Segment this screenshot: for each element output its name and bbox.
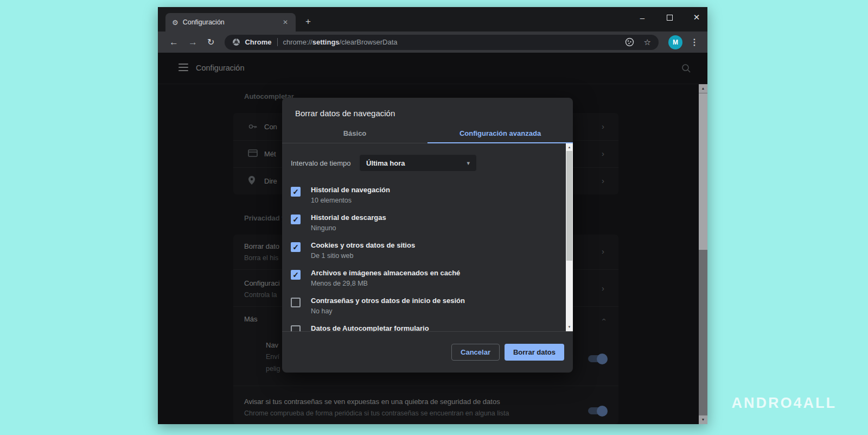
page-scrollbar-thumb[interactable] (699, 93, 707, 250)
item-autofill-data[interactable]: Datos de Autocompletar formulario (282, 323, 566, 331)
reload-button[interactable]: ↻ (207, 37, 214, 47)
dialog-scrollbar-thumb[interactable] (566, 151, 572, 261)
time-range-label: Intervalo de tiempo (291, 159, 360, 167)
bookmark-star-icon[interactable]: ☆ (644, 37, 651, 47)
chip-separator (277, 38, 278, 46)
dialog-scrollbar[interactable]: ▲ ▼ (566, 143, 573, 331)
item-detail: Menos de 29,8 MB (311, 280, 460, 287)
browser-toolbar: ← → ↻ Chrome chrome://settings/clearBrow… (158, 31, 707, 53)
clear-data-button[interactable]: Borrar datos (505, 344, 564, 361)
page-scrollbar[interactable]: ▲ ▼ (699, 84, 707, 424)
tab-configuracion[interactable]: ⚙ Configuración ✕ (165, 13, 296, 31)
item-passwords[interactable]: Contraseñas y otros datos de inicio de s… (282, 295, 566, 323)
checkbox-checked[interactable]: ✓ (291, 270, 301, 280)
item-label: Datos de Autocompletar formulario (311, 323, 429, 331)
tab-configuracion-avanzada[interactable]: Configuración avanzada (427, 124, 573, 143)
back-button[interactable]: ← (169, 37, 178, 48)
browser-menu-icon[interactable]: ⋮ (688, 37, 701, 47)
andro4all-watermark: ANDRO4ALL (732, 395, 837, 412)
window-controls: – ✕ (637, 9, 702, 26)
minimize-button[interactable]: – (637, 13, 648, 22)
dialog-tabs: Básico Configuración avanzada (282, 124, 573, 143)
url-protocol: chrome:// (283, 38, 312, 46)
tab-close-icon[interactable]: ✕ (280, 17, 290, 27)
gear-icon: ⚙ (172, 18, 178, 27)
checkbox-unchecked[interactable] (291, 325, 301, 331)
item-label: Historial de descargas (311, 212, 386, 222)
url-path: /clearBrowserData (340, 38, 398, 46)
time-range-row: Intervalo de tiempo Última hora ▾ (282, 154, 566, 172)
item-detail: No hay (311, 307, 465, 315)
url-highlight: settings (312, 38, 340, 46)
chrome-logo-icon (232, 38, 240, 46)
scroll-down-arrow-icon[interactable]: ▼ (566, 324, 573, 331)
item-label: Archivos e imágenes almacenados en caché (311, 268, 460, 277)
checkbox-checked[interactable]: ✓ (291, 215, 301, 224)
time-range-dropdown[interactable]: Última hora ▾ (360, 155, 476, 171)
caret-down-icon: ▾ (467, 160, 470, 167)
tab-basico[interactable]: Básico (282, 124, 427, 143)
item-label: Contraseñas y otros datos de inicio de s… (311, 295, 465, 305)
address-bar[interactable]: Chrome chrome://settings/clearBrowserDat… (225, 35, 659, 50)
tab-strip: ⚙ Configuración ✕ + – ✕ (158, 7, 707, 31)
scroll-up-arrow-icon[interactable]: ▲ (699, 84, 707, 93)
item-label: Historial de navegación (311, 185, 390, 194)
dialog-footer: Cancelar Borrar datos (282, 331, 573, 373)
profile-avatar[interactable]: M (668, 35, 682, 49)
item-browsing-history[interactable]: ✓ Historial de navegación10 elementos (282, 185, 566, 212)
item-download-history[interactable]: ✓ Historial de descargasNinguno (282, 212, 566, 240)
item-detail: Ninguno (311, 224, 386, 232)
url-text: chrome://settings/clearBrowserData (283, 38, 398, 46)
item-detail: 10 elementos (311, 197, 390, 204)
close-window-button[interactable]: ✕ (691, 12, 702, 22)
scroll-up-arrow-icon[interactable]: ▲ (566, 144, 573, 151)
dialog-scroll-area: Intervalo de tiempo Última hora ▾ ✓ Hist… (282, 143, 573, 331)
chrome-chip-label: Chrome (245, 38, 271, 46)
scroll-down-arrow-icon[interactable]: ▼ (699, 415, 707, 424)
clear-browsing-data-dialog: Borrar datos de navegación Básico Config… (282, 98, 573, 373)
checkbox-checked[interactable]: ✓ (291, 242, 301, 252)
new-tab-button[interactable]: + (305, 17, 311, 26)
checkbox-unchecked[interactable] (291, 298, 301, 307)
forward-button[interactable]: → (188, 37, 197, 48)
cancel-button[interactable]: Cancelar (451, 344, 500, 361)
item-detail: De 1 sitio web (311, 252, 415, 260)
item-cached-files[interactable]: ✓ Archivos e imágenes almacenados en cac… (282, 268, 566, 295)
item-cookies[interactable]: ✓ Cookies y otros datos de sitiosDe 1 si… (282, 240, 566, 268)
dialog-title: Borrar datos de navegación (282, 98, 573, 124)
time-range-value: Última hora (366, 159, 467, 167)
cookie-icon[interactable] (625, 37, 634, 47)
maximize-icon (667, 15, 673, 21)
item-label: Cookies y otros datos de sitios (311, 240, 415, 249)
checkbox-checked[interactable]: ✓ (291, 187, 301, 197)
tab-title: Configuración (183, 18, 280, 26)
maximize-button[interactable] (664, 13, 675, 22)
browser-window: ⚙ Configuración ✕ + – ✕ ← → ↻ Chrome chr… (158, 7, 707, 424)
